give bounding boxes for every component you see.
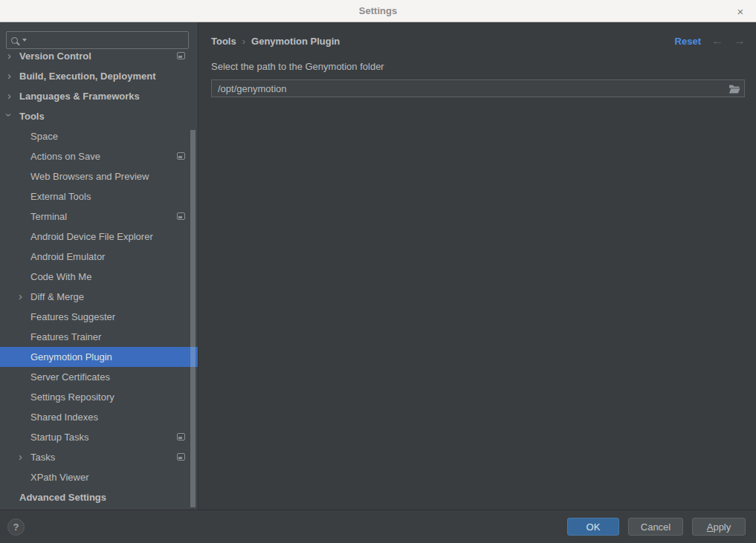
sidebar-item-android-device-file-explorer[interactable]: › Android Device File Explorer: [0, 227, 198, 247]
sidebar-item-advanced-settings[interactable]: › Advanced Settings: [0, 487, 198, 507]
sidebar-item-tools[interactable]: › Tools: [0, 106, 198, 126]
settings-sidebar: › Version Control › Build, Execution, De…: [0, 22, 198, 510]
sidebar-item-label: Version Control: [19, 51, 91, 62]
sidebar-item-android-emulator[interactable]: › Android Emulator: [0, 247, 198, 267]
sidebar-item-label: Features Trainer: [30, 331, 101, 342]
sidebar-item-tasks[interactable]: › Tasks: [0, 447, 198, 467]
sidebar-item-label: Tools: [19, 111, 45, 122]
per-project-settings-icon: [177, 52, 185, 59]
window-title: Settings: [359, 5, 397, 16]
back-arrow-icon[interactable]: ←: [711, 34, 723, 48]
breadcrumb-separator-icon: ›: [242, 36, 245, 47]
close-icon[interactable]: ×: [731, 0, 750, 22]
sidebar-item-genymotion-plugin[interactable]: › Genymotion Plugin: [0, 347, 198, 367]
sidebar-item-space[interactable]: › Space: [0, 126, 198, 146]
sidebar-item-label: External Tools: [30, 191, 91, 202]
breadcrumb-tools[interactable]: Tools: [211, 36, 236, 47]
sidebar-item-label: Advanced Settings: [19, 492, 106, 503]
cancel-button[interactable]: Cancel: [628, 518, 683, 536]
settings-dialog: Settings × › Version Control › Build, Ex…: [0, 0, 756, 543]
sidebar-item-label: Shared Indexes: [30, 412, 98, 423]
sidebar-item-label: Diff & Merge: [30, 291, 84, 302]
sidebar-item-label: Languages & Frameworks: [19, 91, 140, 102]
per-project-settings-icon: [177, 433, 185, 440]
sidebar-item-terminal[interactable]: › Terminal: [0, 207, 198, 227]
ok-button[interactable]: OK: [567, 518, 619, 536]
chevron-icon[interactable]: ›: [7, 66, 11, 85]
chevron-icon[interactable]: ›: [19, 287, 22, 306]
genymotion-path-field: [211, 79, 745, 97]
question-mark-icon: ?: [13, 521, 19, 533]
per-project-settings-icon: [177, 453, 185, 461]
sidebar-item-features-trainer[interactable]: › Features Trainer: [0, 327, 198, 347]
genymotion-path-label: Select the path to the Genymotion folder: [211, 61, 384, 72]
help-button[interactable]: ?: [7, 518, 25, 536]
browse-folder-button[interactable]: [725, 80, 744, 97]
sidebar-item-actions-on-save[interactable]: › Actions on Save: [0, 146, 198, 166]
sidebar-item-label: Space: [30, 131, 58, 142]
sidebar-item-settings-repository[interactable]: › Settings Repository: [0, 387, 198, 407]
apply-button[interactable]: Apply: [692, 518, 746, 536]
sidebar-item-languages-frameworks[interactable]: › Languages & Frameworks: [0, 86, 198, 106]
sidebar-item-label: Build, Execution, Deployment: [19, 71, 155, 82]
genymotion-path-input[interactable]: [212, 83, 725, 94]
open-folder-icon: [728, 84, 740, 94]
forward-arrow-icon[interactable]: →: [734, 34, 746, 48]
sidebar-scrollbar[interactable]: [190, 130, 196, 507]
chevron-icon[interactable]: ›: [7, 86, 11, 105]
sidebar-item-build-execution-deployment[interactable]: › Build, Execution, Deployment: [0, 66, 198, 86]
sidebar-item-web-browsers-and-preview[interactable]: › Web Browsers and Preview: [0, 166, 198, 186]
sidebar-item-label: Code With Me: [30, 271, 91, 282]
sidebar-item-label: Android Emulator: [30, 251, 105, 262]
search-input[interactable]: [27, 35, 184, 46]
sidebar-item-xpath-viewer[interactable]: › XPath Viewer: [0, 467, 198, 487]
chevron-icon[interactable]: ›: [0, 113, 19, 117]
sidebar-item-diff-merge[interactable]: › Diff & Merge: [0, 287, 198, 307]
sidebar-item-label: Genymotion Plugin: [30, 351, 112, 362]
breadcrumb-current-page: Genymotion Plugin: [251, 36, 340, 47]
sidebar-item-label: Terminal: [30, 211, 67, 222]
sidebar-item-label: XPath Viewer: [30, 472, 89, 483]
settings-content-panel: Tools › Genymotion Plugin Reset ← → Sele…: [199, 22, 756, 510]
sidebar-item-label: Settings Repository: [30, 391, 114, 403]
sidebar-item-label: Server Certificates: [30, 371, 110, 383]
per-project-settings-icon: [177, 212, 185, 220]
search-icon: [11, 37, 18, 44]
settings-tree: › Version Control › Build, Execution, De…: [0, 49, 198, 510]
sidebar-item-external-tools[interactable]: › External Tools: [0, 186, 198, 207]
window-titlebar: Settings ×: [0, 0, 756, 22]
per-project-settings-icon: [177, 152, 185, 160]
reset-link[interactable]: Reset: [675, 36, 701, 47]
sidebar-item-label: Tasks: [30, 452, 55, 463]
dialog-footer: ? OK Cancel Apply: [0, 510, 756, 543]
sidebar-item-server-certificates[interactable]: › Server Certificates: [0, 367, 198, 387]
sidebar-item-label: Android Device File Explorer: [30, 231, 153, 242]
breadcrumb: Tools › Genymotion Plugin Reset ← →: [211, 33, 746, 49]
chevron-icon[interactable]: ›: [7, 49, 11, 65]
sidebar-item-label: Features Suggester: [30, 311, 115, 322]
sidebar-item-features-suggester[interactable]: › Features Suggester: [0, 307, 198, 327]
sidebar-item-code-with-me[interactable]: › Code With Me: [0, 267, 198, 287]
sidebar-item-label: Web Browsers and Preview: [30, 171, 149, 182]
sidebar-item-version-control[interactable]: › Version Control: [0, 49, 198, 66]
chevron-icon[interactable]: ›: [19, 447, 22, 466]
sidebar-item-shared-indexes[interactable]: › Shared Indexes: [0, 407, 198, 427]
settings-search-box[interactable]: [6, 31, 189, 49]
sidebar-item-label: Startup Tasks: [30, 432, 89, 443]
sidebar-item-label: Actions on Save: [30, 151, 100, 162]
sidebar-item-startup-tasks[interactable]: › Startup Tasks: [0, 427, 198, 447]
